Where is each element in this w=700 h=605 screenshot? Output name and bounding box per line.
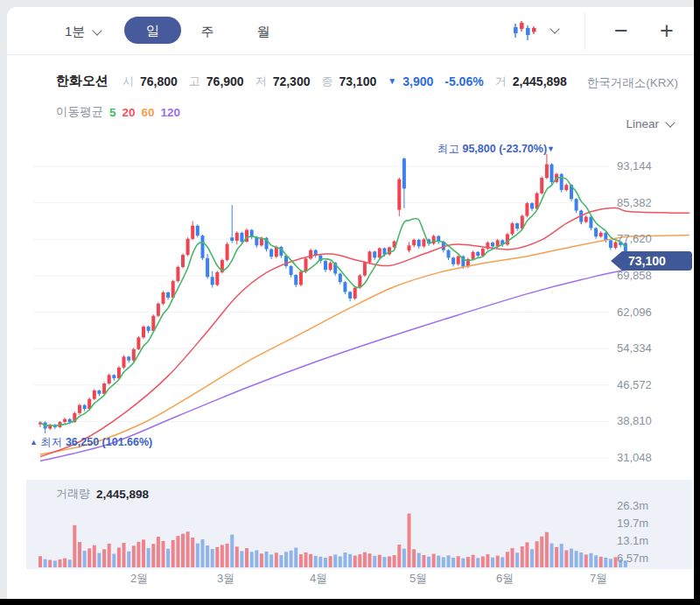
price-axis-label: 85,382: [617, 196, 652, 209]
price-volume-chart-canvas[interactable]: [0, 0, 694, 599]
price-axis-label: 31,048: [617, 451, 652, 464]
high-annotation: 최고 95,800 (-23.70%)▼: [411, 142, 555, 157]
high-annotation-pct: (-23.70%): [499, 143, 547, 155]
volume-panel-value: 2,445,898: [96, 488, 149, 501]
stock-chart-window: 1분 일 주 월 − + 한화오션 시 76,800 고: [0, 0, 694, 599]
price-axis-label: 77,620: [617, 232, 652, 245]
volume-panel-header: 거래량 2,445,898: [56, 486, 149, 502]
month-axis-label: 7월: [581, 571, 616, 587]
price-axis-label: 69,858: [617, 269, 652, 282]
month-axis-label: 2월: [122, 571, 157, 587]
low-annotation-pct: (101.66%): [102, 436, 153, 448]
volume-axis-label: 13.1m: [617, 534, 648, 547]
month-axis-label: 4월: [301, 571, 336, 587]
price-axis-label: 54,334: [617, 341, 652, 355]
current-price-tag: 73,100: [611, 251, 692, 271]
price-axis-label: 93,144: [617, 159, 652, 172]
month-axis-label: 6월: [487, 571, 522, 587]
price-axis-label: 38,810: [617, 414, 652, 427]
price-axis-label: 62,096: [617, 306, 652, 319]
high-annotation-value: 95,800: [462, 143, 495, 155]
month-axis-label: 3월: [208, 571, 243, 587]
low-annotation-label: 최저: [40, 436, 62, 448]
low-marker-icon: ▲: [30, 438, 38, 447]
volume-axis-label: 26.3m: [617, 499, 648, 512]
low-annotation-value: 36,250: [66, 436, 99, 448]
high-annotation-label: 최고: [438, 143, 459, 155]
high-marker-icon: ▼: [547, 144, 555, 153]
low-annotation: ▲ 최저 36,250 (101.66%): [30, 435, 152, 450]
volume-panel-label: 거래량: [56, 486, 90, 502]
month-axis-label: 5월: [401, 571, 436, 587]
volume-axis-label: 19.7m: [617, 517, 648, 530]
price-axis-label: 46,572: [617, 378, 652, 391]
volume-axis-label: 6.57m: [617, 552, 648, 565]
